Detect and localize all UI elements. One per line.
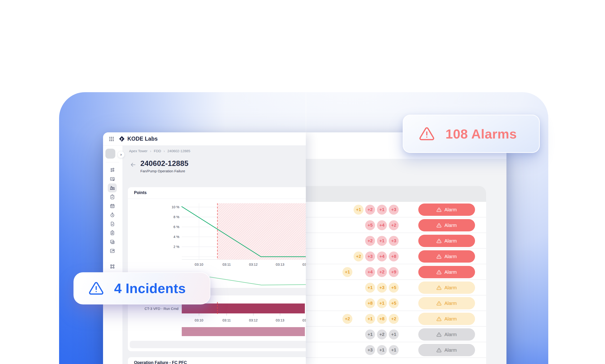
svg-text:03:10: 03:10 <box>195 318 203 322</box>
alarm-table-row <box>306 358 486 364</box>
alarm-count-chip: +2 <box>354 251 363 261</box>
alarm-count-chip: +2 <box>389 220 399 230</box>
alarm-table-header <box>306 186 486 202</box>
apps-grid-icon[interactable] <box>109 136 114 142</box>
alarms-warning-icon <box>419 126 435 142</box>
alarm-button[interactable]: Alarm <box>418 250 475 263</box>
sidebar-divider <box>106 162 119 162</box>
alarm-button-label: Alarm <box>444 285 457 290</box>
alarm-button[interactable]: Alarm <box>418 266 475 278</box>
alarm-button-label: Alarm <box>444 301 457 306</box>
avatar[interactable] <box>105 149 115 159</box>
app-title: KODE Labs <box>127 136 158 142</box>
alarm-count-chip: +1 <box>389 345 399 355</box>
alarm-table-row: +1+4+2+9Alarm <box>306 264 486 280</box>
next-incident-title: Operation Failure - FC PFC <box>134 360 187 364</box>
sidebar-item-timer[interactable] <box>108 210 117 219</box>
alarm-list-pane: +1+2+1+3Alarm+5+4+2Alarm+2+1+3Alarm+2+3+… <box>306 132 506 364</box>
alarm-button[interactable]: Alarm <box>418 282 475 294</box>
alarm-table-row: +3+1+1Alarm <box>306 342 486 358</box>
alarm-button[interactable]: Alarm <box>418 344 475 356</box>
sidebar-item-report[interactable] <box>108 219 117 228</box>
alarm-table-row: +5+4+2Alarm <box>306 218 486 233</box>
sidebar-item-clipboard[interactable] <box>108 228 117 237</box>
timer-icon <box>110 212 115 218</box>
breadcrumb: Apex Tower›FDD›240602-12885 <box>129 149 190 153</box>
breadcrumb-item-240602-12885[interactable]: 240602-12885 <box>167 149 190 153</box>
alarm-warning-icon <box>437 332 441 337</box>
alarm-warning-icon <box>437 207 441 212</box>
alarm-button[interactable]: Alarm <box>418 204 475 216</box>
svg-text:03:12: 03:12 <box>249 318 257 322</box>
alarm-button[interactable]: Alarm <box>418 328 475 341</box>
alarm-count-chip: +1 <box>365 314 375 324</box>
alarm-table-row: +1+3+5Alarm <box>306 280 486 296</box>
breadcrumb-item-fdd[interactable]: FDD <box>154 149 161 153</box>
alarm-count-chip: +1 <box>377 205 387 215</box>
alarm-button-label: Alarm <box>444 207 457 212</box>
alarms-badge-label: 108 Alarms <box>446 126 517 142</box>
alarm-count-chip: +2 <box>342 314 352 324</box>
svg-text:8 %: 8 % <box>173 215 179 219</box>
alarm-button[interactable]: Alarm <box>418 313 475 325</box>
incidents-badge-label: 4 Incidents <box>114 281 186 296</box>
background-seam <box>306 93 306 133</box>
alarm-count-chip: +1 <box>377 345 387 355</box>
page-subtitle: Fan/Pump Operation Failure <box>140 169 189 173</box>
alarm-count-chip: +3 <box>389 205 399 215</box>
app-window: KODE Labs › Apex Tower›FDD›240602-12885 <box>103 132 506 364</box>
alarm-button-label: Alarm <box>444 316 457 322</box>
alarm-table-row: +8+1+5Alarm <box>306 296 486 311</box>
alarm-warning-icon <box>437 348 441 353</box>
alarm-table-row: +1+2+1Alarm <box>306 327 486 342</box>
alarm-count-chip: +2 <box>365 236 375 246</box>
sidebar <box>103 146 122 364</box>
alarm-button[interactable]: Alarm <box>418 219 475 231</box>
alarm-warning-icon <box>437 316 441 322</box>
page-title: 240602-12885 <box>140 159 189 168</box>
sidebar-collapse-button[interactable]: › <box>117 151 125 158</box>
alarm-count-chip: +1 <box>354 205 363 215</box>
alarm-button[interactable]: Alarm <box>418 297 475 309</box>
alarm-warning-icon <box>437 285 441 290</box>
trends-icon <box>110 248 115 254</box>
back-button[interactable] <box>130 162 136 168</box>
svg-text:CT-3 VFD - Run Cmd: CT-3 VFD - Run Cmd <box>145 307 179 311</box>
alarm-count-chip: +1 <box>365 329 375 339</box>
alarm-count-chip: +5 <box>389 298 399 308</box>
sidebar-item-facility[interactable] <box>108 183 117 192</box>
sidebar-item-integrations[interactable] <box>108 262 117 271</box>
sidebar-item-gallery[interactable] <box>108 237 117 246</box>
alarm-count-chip: +3 <box>377 283 387 293</box>
alarm-table-card: +1+2+1+3Alarm+5+4+2Alarm+2+1+3Alarm+2+3+… <box>306 186 486 364</box>
alarm-count-chip: +5 <box>389 283 399 293</box>
report-icon <box>110 221 115 227</box>
alarm-count-chip: +4 <box>365 267 375 277</box>
breadcrumb-separator: › <box>150 149 151 153</box>
sidebar-item-calendar[interactable] <box>108 201 117 210</box>
alarm-count-chip: +3 <box>365 251 375 261</box>
svg-text:03:11: 03:11 <box>222 263 231 266</box>
sidebar-nav <box>103 166 122 271</box>
breadcrumb-item-apex-tower[interactable]: Apex Tower <box>129 149 147 153</box>
fdd-content: Apex Tower›FDD›240602-12885 240602-12885… <box>122 146 306 364</box>
alarm-count-chip: +8 <box>389 251 399 261</box>
sidebar-item-trends[interactable] <box>108 246 117 255</box>
points-chart: 10 %8 %6 %4 %2 %03:1003:1103:1203:1303:1… <box>128 187 306 351</box>
alarm-count-chip: +1 <box>389 329 399 339</box>
alarms-badge: 108 Alarms <box>403 115 540 153</box>
app-header-bar: KODE Labs <box>103 132 306 146</box>
svg-text:03:11: 03:11 <box>222 318 231 322</box>
alarm-button-label: Alarm <box>444 348 457 353</box>
alarm-button-label: Alarm <box>444 254 457 259</box>
alarm-count-chip: +9 <box>389 267 399 277</box>
sidebar-item-dashboard[interactable] <box>108 166 117 174</box>
next-incident-card: Operation Failure - FC PFC <box>128 357 306 364</box>
points-card: Points 10 %8 %6 %4 %2 %03:1003:1103:1203… <box>128 187 306 351</box>
sidebar-item-tasks[interactable] <box>108 192 117 201</box>
alarm-table-row: +2+1+3Alarm <box>306 233 486 249</box>
alarm-button-label: Alarm <box>444 223 457 228</box>
sidebar-item-analytics[interactable] <box>108 174 117 183</box>
svg-text:03:14: 03:14 <box>303 263 306 266</box>
alarm-button[interactable]: Alarm <box>418 235 475 247</box>
